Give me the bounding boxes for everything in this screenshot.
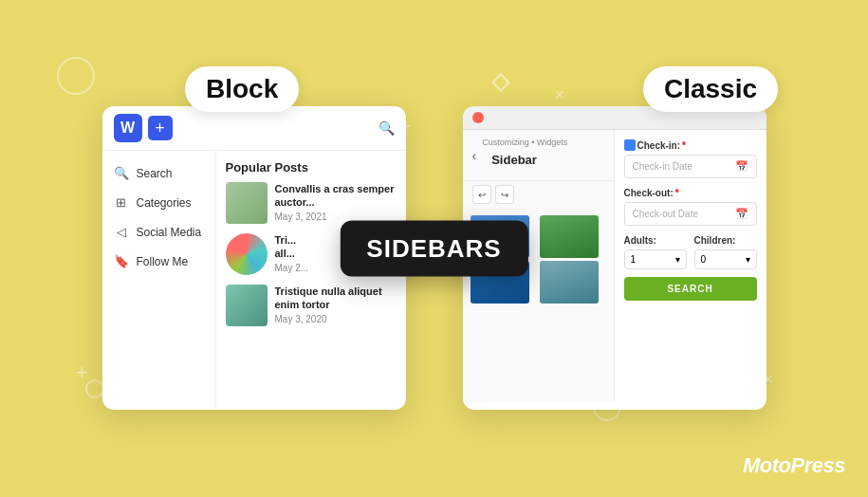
block-header: W + 🔍 [102, 106, 406, 151]
nav-back-button[interactable]: ‹ [472, 148, 477, 163]
classic-label: Classic [643, 66, 778, 112]
sidebars-center-label: SIDEBARS [340, 221, 527, 277]
block-search-icon[interactable]: 🔍 [379, 120, 395, 136]
post-item-1[interactable]: Convallis a cras semper auctor... May 3,… [226, 182, 397, 224]
children-label: Children: [694, 235, 757, 246]
children-select[interactable]: 0 ▾ [694, 249, 757, 269]
checkin-placeholder: Check-in Date [633, 161, 693, 172]
search-button[interactable]: SEARCH [624, 277, 757, 301]
checkin-icon [624, 139, 636, 151]
post-thumb-2 [226, 233, 268, 275]
block-sidebar: 🔍 Search ⊞ Categories ◁ Social Media 🔖 F… [102, 151, 216, 409]
social-media-widget-label: Social Media [137, 226, 202, 239]
post-item-3[interactable]: Tristique nulla aliquet enim tortor May … [226, 285, 397, 326]
block-body: 🔍 Search ⊞ Categories ◁ Social Media 🔖 F… [102, 151, 406, 409]
popular-posts-title: Popular Posts [226, 160, 397, 175]
block-popular-posts: Popular Posts Convallis a cras semper au… [216, 151, 406, 409]
post-title-1: Convallis a cras semper auctor... [275, 182, 397, 210]
adults-field: Adults: 1 ▾ [624, 235, 687, 269]
adults-select[interactable]: 1 ▾ [624, 249, 687, 269]
widget-social-media[interactable]: ◁ Social Media [102, 217, 215, 247]
undo-button[interactable]: ↩ [472, 185, 491, 204]
classic-right-panel: Check-in: * Check-in Date 📅 Check-out: * [615, 130, 766, 403]
classic-nav-header: ‹ Customizing • Widgets Sidebar [463, 130, 614, 181]
children-field: Children: 0 ▾ [694, 235, 757, 269]
adults-value: 1 [631, 254, 637, 265]
widget-search[interactable]: 🔍 Search [102, 158, 215, 188]
children-chevron: ▾ [746, 254, 750, 265]
categories-widget-icon: ⊞ [114, 195, 129, 210]
checkout-placeholder: Check-out Date [633, 209, 698, 219]
checkin-input[interactable]: Check-in Date 📅 [624, 155, 757, 178]
checkout-label: Check-out: * [624, 188, 757, 198]
search-widget-label: Search [137, 167, 173, 180]
redo-button[interactable]: ↪ [495, 185, 514, 204]
adults-chevron: ▾ [675, 254, 680, 265]
post-date-3: May 3, 2020 [275, 314, 397, 324]
close-dot[interactable] [472, 112, 484, 123]
checkin-field-group: Check-in: * Check-in Date 📅 [624, 139, 757, 178]
post-info-3: Tristique nulla aliquet enim tortor May … [275, 285, 397, 324]
classic-image-4 [540, 261, 599, 304]
breadcrumb: Customizing • Widgets [482, 138, 567, 147]
categories-widget-label: Categories [137, 196, 192, 210]
adults-label: Adults: [624, 235, 687, 246]
checkout-required: * [675, 188, 679, 198]
wordpress-logo: W [114, 114, 142, 142]
children-value: 0 [701, 254, 707, 265]
widget-follow-me[interactable]: 🔖 Follow Me [102, 247, 215, 276]
search-widget-icon: 🔍 [114, 166, 129, 180]
checkin-required: * [682, 140, 686, 151]
post-thumb-1 [226, 182, 268, 224]
checkin-label: Check-in: * [624, 139, 757, 151]
checkout-calendar-icon: 📅 [735, 208, 748, 220]
post-info-1: Convallis a cras semper auctor... May 3,… [275, 182, 397, 222]
nav-arrows: ↩ ↪ [463, 181, 614, 208]
follow-me-widget-label: Follow Me [137, 255, 189, 268]
motopress-brand: MotoPress [743, 453, 845, 478]
social-media-widget-icon: ◁ [114, 225, 129, 239]
follow-me-widget-icon: 🔖 [114, 254, 129, 268]
post-thumb-3 [226, 285, 268, 326]
checkout-input[interactable]: Check-out Date 📅 [624, 202, 757, 226]
checkout-field-group: Check-out: * Check-out Date 📅 [624, 188, 757, 226]
block-label: Block [185, 66, 299, 112]
widget-categories[interactable]: ⊞ Categories [102, 188, 215, 217]
guests-row: Adults: 1 ▾ Children: 0 ▾ [624, 235, 757, 269]
checkin-calendar-icon: 📅 [735, 160, 748, 173]
block-add-button[interactable]: + [148, 116, 173, 140]
post-title-3: Tristique nulla aliquet enim tortor [275, 285, 397, 312]
classic-image-2 [540, 215, 599, 258]
panel-title: Sidebar [482, 147, 567, 173]
